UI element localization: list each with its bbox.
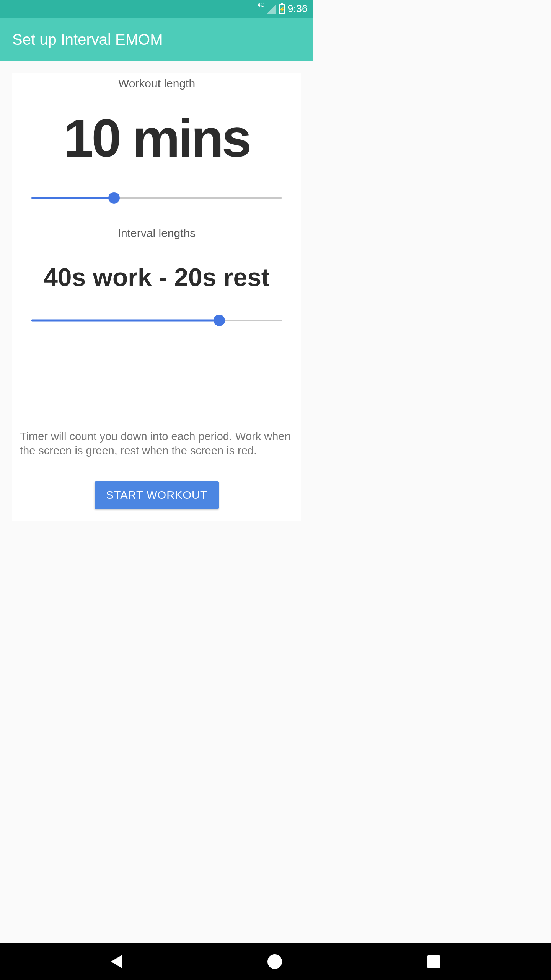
slider-fill [31, 197, 114, 199]
content-card: Workout length 10 mins Interval lengths … [12, 73, 301, 521]
workout-length-value: 10 mins [12, 107, 301, 169]
interval-lengths-label: Interval lengths [12, 227, 301, 240]
description-text: Timer will count you down into each peri… [12, 430, 301, 458]
start-workout-button[interactable]: START WORKOUT [95, 481, 218, 509]
slider-fill [31, 320, 219, 322]
interval-lengths-slider[interactable] [31, 315, 282, 326]
workout-length-label: Workout length [12, 77, 301, 90]
workout-length-slider[interactable] [31, 192, 282, 204]
slider-thumb[interactable] [108, 192, 120, 204]
status-time: 9:36 [287, 3, 308, 15]
slider-thumb[interactable] [214, 315, 225, 326]
battery-icon: ⚡ [279, 4, 285, 14]
network-label: 4G [258, 2, 265, 8]
signal-icon [267, 5, 276, 14]
interval-lengths-value: 40s work - 20s rest [12, 263, 301, 292]
page-title: Set up Interval EMOM [12, 31, 163, 48]
app-bar: Set up Interval EMOM [0, 18, 313, 61]
status-bar: 4G ⚡ 9:36 [0, 0, 313, 18]
